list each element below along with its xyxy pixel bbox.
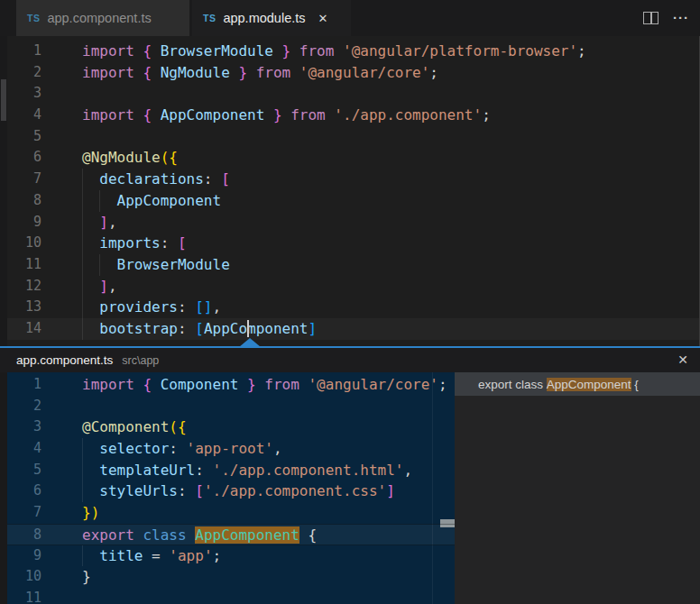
indent-guide: [99, 190, 100, 212]
indent-guide: [82, 276, 83, 297]
peek-body: 1import { Component } from '@angular/cor…: [0, 372, 700, 604]
peek-header[interactable]: app.component.ts src\app ✕: [0, 348, 700, 372]
reference-text: export class: [478, 378, 547, 391]
code-text: import { Component } from '@angular/core…: [82, 374, 447, 396]
peek-editor-line-9[interactable]: 9 title = 'app';: [0, 545, 455, 567]
reference-text: {: [631, 378, 639, 391]
tab-bar-spacer: [0, 0, 16, 36]
editor-line-12[interactable]: 12 ],: [0, 276, 700, 297]
editor-line-8[interactable]: 8 AppComponent: [0, 190, 700, 212]
editor-line-9[interactable]: 9 ],: [0, 212, 700, 233]
editor-line-1[interactable]: 1import { BrowserModule } from '@angular…: [0, 41, 700, 62]
reference-match-highlight: AppComponent: [547, 378, 631, 391]
editor-actions: ···: [643, 0, 689, 36]
code-text: providers: [],: [82, 297, 221, 318]
indent-guide: [82, 190, 83, 212]
indent-guide: [82, 460, 83, 481]
code-text: @Component({: [82, 416, 187, 438]
code-text: import { BrowserModule } from '@angular/…: [82, 41, 586, 62]
peek-close-icon[interactable]: ✕: [677, 352, 688, 367]
code-text: bootstrap: [AppComponent]: [82, 318, 317, 340]
scrollbar-thumb[interactable]: [1, 79, 6, 121]
indent-guide: [82, 254, 83, 276]
editor-line-6[interactable]: 6@NgModule({: [0, 147, 700, 169]
indent-guide: [82, 318, 83, 340]
more-actions-icon[interactable]: ···: [673, 14, 689, 23]
indent-guide: [82, 233, 83, 254]
editor-line-5[interactable]: 5: [0, 126, 700, 148]
editor-app-module-ts[interactable]: 1import { BrowserModule } from '@angular…: [0, 36, 700, 346]
peek-editor-line-11[interactable]: 11: [0, 588, 455, 604]
code-text: title = 'app';: [82, 545, 221, 567]
code-text: import { NgModule } from '@angular/core'…: [82, 62, 438, 84]
close-tab-icon[interactable]: ✕: [318, 12, 328, 25]
tab-app-component-ts[interactable]: TS app.component.ts: [16, 0, 189, 36]
code-text: AppComponent: [82, 190, 221, 212]
editor-line-14[interactable]: 14 bootstrap: [AppComponent]: [0, 318, 700, 340]
left-scrollbar-strip[interactable]: [0, 36, 7, 604]
peek-file-title: app.component.ts: [16, 353, 113, 367]
peek-editor-line-3[interactable]: 3@Component({: [0, 416, 455, 438]
peek-editor-line-4[interactable]: 4 selector: 'app-root',: [0, 438, 455, 460]
peek-top-border: [0, 346, 700, 348]
peek-references-list[interactable]: export class AppComponent {: [455, 372, 700, 604]
code-text: selector: 'app-root',: [82, 438, 282, 460]
tab-label: app.module.ts: [223, 11, 305, 25]
editor-line-3[interactable]: 3: [0, 83, 700, 105]
indent-guide: [82, 297, 83, 318]
peek-editor-line-10[interactable]: 10}: [0, 566, 455, 588]
editor-line-2[interactable]: 2import { NgModule } from '@angular/core…: [0, 62, 700, 84]
peek-file-path: src\app: [122, 354, 159, 367]
typescript-file-icon: TS: [203, 13, 216, 23]
indent-guide: [82, 169, 83, 190]
peek-editor-line-5[interactable]: 5 templateUrl: './app.component.html',: [0, 460, 455, 481]
editor-line-13[interactable]: 13 providers: [],: [0, 297, 700, 318]
tab-label: app.component.ts: [47, 11, 151, 25]
peek-editor-line-2[interactable]: 2: [0, 396, 455, 417]
code-text: imports: [: [82, 233, 187, 254]
code-text: import { AppComponent } from './app.comp…: [82, 105, 491, 126]
code-text: templateUrl: './app.component.html',: [82, 460, 412, 481]
text-cursor: [247, 320, 249, 337]
reference-item[interactable]: export class AppComponent {: [455, 372, 700, 396]
peek-editor-line-8[interactable]: 8export class AppComponent {: [0, 524, 455, 545]
indent-guide: [82, 545, 83, 567]
tab-bar: TS app.component.ts TS app.module.ts ✕ ·…: [0, 0, 700, 36]
code-text: @NgModule({: [82, 147, 178, 169]
code-text: }): [82, 502, 99, 524]
code-text: styleUrls: ['./app.component.css']: [82, 480, 395, 502]
indent-guide: [82, 438, 83, 460]
editor-line-4[interactable]: 4import { AppComponent } from './app.com…: [0, 105, 700, 126]
code-text: }: [82, 566, 91, 588]
code-text: ],: [82, 212, 117, 233]
editor-line-10[interactable]: 10 imports: [: [0, 233, 700, 254]
split-editor-icon[interactable]: [643, 12, 659, 24]
peek-editor-line-7[interactable]: 7}): [0, 502, 455, 524]
code-text: declarations: [: [82, 169, 230, 190]
code-text: export class AppComponent {: [82, 525, 317, 545]
indent-guide: [82, 212, 83, 233]
code-text: ],: [82, 276, 117, 297]
editor-line-7[interactable]: 7 declarations: [: [0, 169, 700, 190]
typescript-file-icon: TS: [27, 13, 40, 23]
peek-editor-line-6[interactable]: 6 styleUrls: ['./app.component.css']: [0, 480, 455, 502]
editor-line-11[interactable]: 11 BrowserModule: [0, 254, 700, 276]
peek-editor-app-component-ts[interactable]: 1import { Component } from '@angular/cor…: [0, 372, 455, 604]
peek-editor-line-1[interactable]: 1import { Component } from '@angular/cor…: [0, 374, 455, 396]
indent-guide: [82, 480, 83, 502]
indent-guide: [99, 254, 100, 276]
reference-match-highlight: AppComponent: [195, 526, 299, 544]
tab-app-module-ts[interactable]: TS app.module.ts ✕: [192, 0, 351, 36]
code-text: BrowserModule: [82, 254, 230, 276]
